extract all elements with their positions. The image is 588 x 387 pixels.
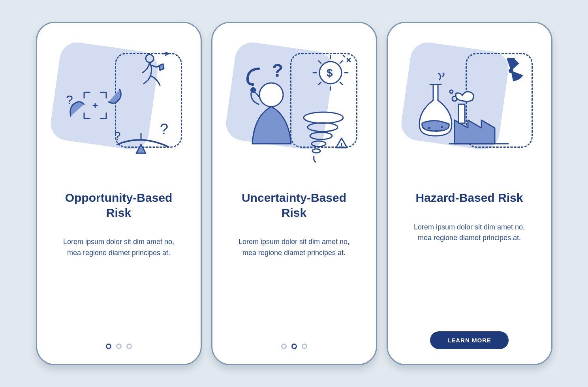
- svg-text:?: ?: [160, 121, 168, 137]
- card-footer: [212, 344, 376, 349]
- illustration-hazard: [402, 37, 537, 167]
- svg-rect-18: [458, 104, 465, 123]
- factory-icon: [449, 85, 512, 152]
- svg-text:?: ?: [114, 129, 121, 142]
- pagination-dots: [281, 344, 307, 349]
- running-person-icon: [132, 52, 171, 96]
- illustration-opportunity: ? ? ?: [52, 37, 186, 167]
- onboarding-card-opportunity: ? ? ? Opportunity-Based Risk Lorem ipsum…: [36, 22, 202, 365]
- balance-scale-icon: ? ?: [113, 117, 173, 160]
- svg-point-4: [259, 83, 283, 107]
- pagination-dots: [106, 344, 132, 349]
- svg-text:?: ?: [272, 61, 283, 81]
- svg-text:$: $: [327, 67, 333, 79]
- card-title: Hazard-Based Risk: [416, 190, 523, 205]
- learn-more-button[interactable]: LEARN MORE: [430, 331, 509, 349]
- svg-point-15: [441, 126, 443, 128]
- card-footer: LEARN MORE: [388, 331, 551, 349]
- thinking-person-icon: ?: [235, 61, 306, 152]
- svg-point-11: [312, 141, 326, 147]
- svg-text:?: ?: [66, 93, 73, 107]
- pagination-dot-3[interactable]: [302, 344, 307, 349]
- card-footer: [37, 344, 201, 349]
- card-description: Lorem ipsum dolor sit dim amet no, mea r…: [235, 237, 353, 259]
- onboarding-cards-row: ? ? ? Opportunity-Based Risk Lorem ipsum…: [36, 22, 552, 365]
- card-title: Opportunity-Based Risk: [56, 190, 182, 220]
- card-description: Lorem ipsum dolor sit dim amet no, mea r…: [410, 222, 529, 244]
- svg-point-9: [308, 123, 338, 132]
- pagination-dot-1[interactable]: [281, 344, 287, 349]
- onboarding-card-uncertainty: ? $ Uncertainty-Based Risk Lorem ipsum d…: [211, 22, 377, 365]
- card-description: Lorem ipsum dolor sit dim amet no, mea r…: [60, 237, 178, 259]
- svg-point-8: [304, 112, 343, 123]
- gear-dollar-icon: $: [309, 53, 353, 92]
- onboarding-card-hazard: Hazard-Based Risk Lorem ipsum dolor sit …: [387, 22, 552, 365]
- svg-point-14: [435, 130, 438, 132]
- illustration-uncertainty: ? $: [227, 37, 361, 167]
- card-title: Uncertainty-Based Risk: [231, 190, 357, 220]
- svg-point-13: [428, 127, 430, 129]
- pagination-dot-3[interactable]: [126, 344, 132, 349]
- pagination-dot-1[interactable]: [106, 344, 111, 349]
- radiation-icon: [493, 53, 529, 88]
- svg-point-12: [312, 149, 320, 153]
- svg-point-10: [310, 132, 332, 139]
- pagination-dot-2[interactable]: [116, 344, 122, 349]
- pagination-dot-2[interactable]: [291, 344, 297, 349]
- svg-point-1: [146, 54, 154, 62]
- tornado-icon: [300, 110, 351, 165]
